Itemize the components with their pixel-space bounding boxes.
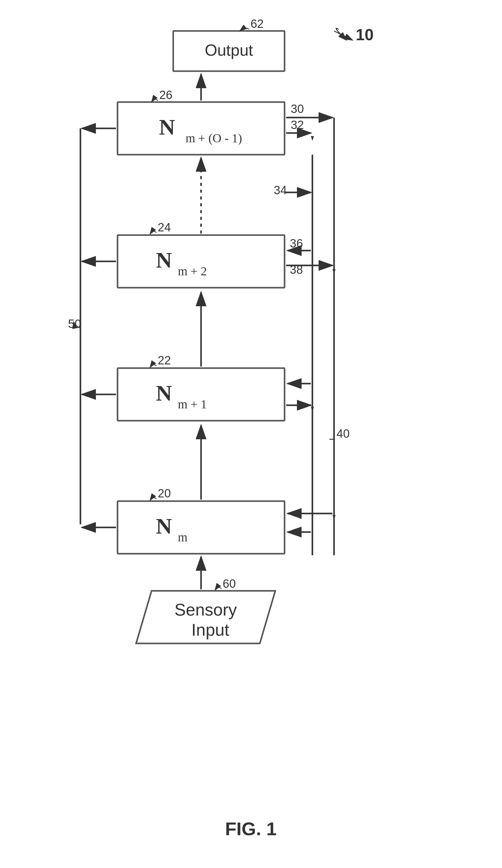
n-top-label-N: N [159, 115, 175, 140]
ref-60: 60 [223, 577, 236, 590]
n-mid-label-sub: m + 2 [178, 264, 207, 278]
ref-36: 36 [290, 237, 303, 250]
ref-32: 32 [291, 118, 304, 132]
ref-62: 62 [251, 17, 263, 30]
n-mid-box [117, 235, 284, 288]
diagram-svg: 10 Output 62 N m + (O - 1) 26 N m + 2 24… [0, 0, 502, 868]
n-mid-label-N: N [156, 248, 172, 272]
output-label: Output [205, 41, 253, 59]
n-bot1-label-N: N [156, 381, 172, 405]
ref-20: 20 [158, 487, 171, 500]
n-top-box [117, 102, 284, 155]
svg-marker-31 [311, 407, 314, 411]
ref-24: 24 [158, 221, 171, 234]
svg-line-3 [334, 31, 353, 40]
n-bot-label-N: N [156, 514, 172, 539]
figure-number: 10 [356, 26, 374, 44]
n-bot-box [117, 501, 284, 554]
ref-34: 34 [274, 184, 287, 197]
ref-38: 38 [290, 263, 303, 276]
ref-22: 22 [158, 354, 171, 367]
fig-label: FIG. 1 [225, 818, 277, 839]
ref-40: 40 [336, 427, 349, 440]
n-top-label-sub: m + (O - 1) [186, 131, 242, 145]
n-bot1-box [117, 368, 284, 421]
sensory-label-1: Sensory [175, 600, 237, 619]
sensory-label-2: Input [191, 620, 229, 639]
n-bot-label-sub: m [178, 530, 187, 544]
svg-marker-30 [311, 136, 314, 141]
ref-30: 30 [291, 102, 304, 115]
svg-marker-28 [333, 269, 336, 274]
svg-marker-29 [333, 515, 336, 520]
diagram-container: 10 Output 62 N m + (O - 1) 26 N m + 2 24… [0, 0, 502, 868]
ref-26: 26 [159, 89, 172, 102]
n-bot1-label-sub: m + 1 [178, 397, 207, 411]
